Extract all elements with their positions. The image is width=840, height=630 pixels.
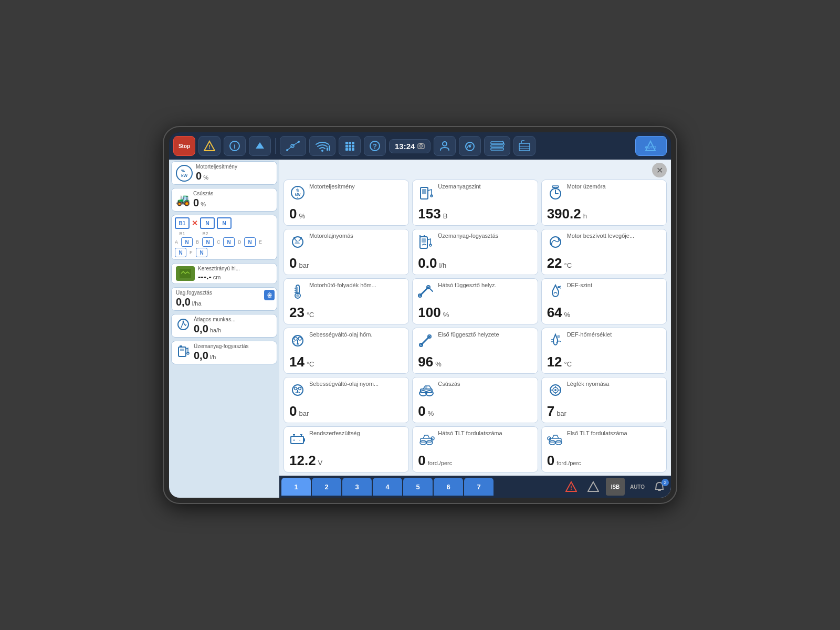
isb-tab-icon[interactable]: ISB xyxy=(606,478,625,496)
gear-d-val[interactable]: N xyxy=(244,237,256,247)
tab-7[interactable]: 7 xyxy=(464,478,494,496)
card-fuel-rate[interactable]: Üzemanyag-fogyasztás 0.0 l/h xyxy=(412,229,538,275)
card-def-level-title: DEF-szint xyxy=(567,282,592,289)
stop-button[interactable]: Stop xyxy=(173,136,195,156)
card-gearbox-oil-temp[interactable]: Sebességváltó-olaj hőm. 14 °C xyxy=(284,328,409,374)
card-def-level-unit: % xyxy=(564,311,571,319)
card-coolant-temp[interactable]: Motorhűtő-folyadék hőm... 23 °C xyxy=(284,278,409,324)
gear-b-val[interactable]: N xyxy=(202,237,214,247)
card-air-brake[interactable]: Légfék nyomása 7 bar xyxy=(541,377,667,423)
settings-icon[interactable] xyxy=(264,290,275,300)
up-arrow-button[interactable] xyxy=(249,136,271,156)
svg-rect-107 xyxy=(425,386,427,389)
speedometer-button[interactable] xyxy=(459,136,481,156)
card-engine-hours[interactable]: Motor üzemóra 390.2 h xyxy=(541,180,667,226)
gear-e-val[interactable]: N xyxy=(175,248,186,257)
gear-f-val[interactable]: N xyxy=(196,248,207,257)
card-slip[interactable]: Csúszás 0 % xyxy=(412,377,538,423)
close-button[interactable]: ✕ xyxy=(652,163,667,177)
svg-point-27 xyxy=(443,142,447,146)
gear-c-val[interactable]: N xyxy=(223,237,235,247)
svg-rect-73 xyxy=(297,287,298,293)
sidebar-avg-work[interactable]: Átlagos munkas... 0,0 ha/h xyxy=(171,314,277,338)
sidebar-cross-guide[interactable]: Keresztirányú hi... ---.- cm xyxy=(171,263,277,284)
grid-button[interactable] xyxy=(339,136,361,156)
auto-tab-icon[interactable]: AUTO xyxy=(628,478,647,496)
card-engine-hours-icon xyxy=(547,184,564,204)
gear-b1[interactable]: B1 xyxy=(175,217,190,229)
sidebar-slip-value: 0 xyxy=(193,197,199,209)
sidebar-fuelcons-unit: l/h xyxy=(210,354,216,360)
card-fuel-rate-icon xyxy=(418,234,435,254)
wifi-button[interactable] xyxy=(309,136,335,156)
sidebar-fuel-cons[interactable]: Üzemanyag-fogyasztás 0,0 l/h xyxy=(171,341,277,364)
tab-3[interactable]: 3 xyxy=(342,478,372,496)
gear-n1[interactable]: N xyxy=(200,217,215,229)
card-rear-pto-unit: ford./perc xyxy=(428,460,452,466)
card-rear-hitch[interactable]: Hátsó függesztő helyz. 100 % xyxy=(412,278,538,324)
svg-line-81 xyxy=(429,288,433,291)
tab-1[interactable]: 1 xyxy=(281,478,311,496)
auto-button[interactable]: AUTO xyxy=(635,136,667,156)
tab-5[interactable]: 5 xyxy=(403,478,433,496)
user-button[interactable] xyxy=(434,136,456,156)
sidebar-fuelcons-label: Üzemanyag-fogyasztás xyxy=(194,343,249,349)
card-front-pto-icon xyxy=(547,431,564,451)
card-air-intake[interactable]: Motor beszívott levegője... 22 °C xyxy=(541,229,667,275)
svg-text:i: i xyxy=(234,142,236,150)
sidebar-slip[interactable]: 🚜 Csúszás 0 % xyxy=(171,188,277,212)
alert-tab-icon[interactable]: ! xyxy=(562,478,581,496)
card-rear-pto[interactable]: Hátsó TLT fordulatszáma 0 ford./perc xyxy=(412,426,538,472)
card-oil-pressure-value: 0 xyxy=(289,255,297,271)
card-system-voltage[interactable]: + - Rendszerfeszültség 12.2 V xyxy=(284,426,409,472)
sidebar-material-cons[interactable]: Üag.fogyasztás 0,0 l/ha xyxy=(171,287,277,311)
gear-a-val[interactable]: N xyxy=(181,237,193,247)
field-button[interactable] xyxy=(513,136,536,156)
card-oil-pressure[interactable]: Motorolajnyomás 0 bar xyxy=(284,229,409,275)
sidebar-motor-perf[interactable]: %kW Motorteljesítmény 0 % xyxy=(171,161,277,185)
svg-point-9 xyxy=(286,149,288,151)
sidebar-slip-label: Csúszás xyxy=(193,191,213,196)
card-gearbox-oil-press[interactable]: Sebességváltó-olaj nyom... 0 bar xyxy=(284,377,409,423)
gear-selector[interactable]: B1 ✕ N N B1 B2 A N B xyxy=(171,215,277,260)
card-def-level[interactable]: DEF-szint 64 % xyxy=(541,278,667,324)
gear-x: ✕ xyxy=(192,219,198,227)
svg-point-124 xyxy=(426,440,433,445)
card-front-pto[interactable]: Első TLT fordulatszáma 0 ford./perc xyxy=(541,426,667,472)
card-def-temp[interactable]: DEF-hőmérséklet 12 °C xyxy=(541,328,667,374)
card-rear-hitch-icon xyxy=(418,283,435,303)
card-def-temp-icon xyxy=(547,332,564,352)
tab-2[interactable]: 2 xyxy=(312,478,341,496)
card-front-pto-title: Első TLT fordulatszáma xyxy=(567,430,627,437)
satellite-button[interactable] xyxy=(280,136,306,156)
card-front-hitch[interactable]: Első függesztő helyzete 96 % xyxy=(412,328,538,374)
svg-point-87 xyxy=(298,337,301,340)
card-gearbox-oil-temp-title: Sebességváltó-olaj hőm. xyxy=(309,331,372,338)
svg-point-69 xyxy=(550,237,561,247)
card-front-pto-value: 0 xyxy=(547,453,554,469)
svg-text:-: - xyxy=(299,438,301,442)
tab-6[interactable]: 6 xyxy=(434,478,463,496)
warning-button[interactable]: ! xyxy=(198,136,220,156)
warning-tab-icon[interactable] xyxy=(584,478,603,496)
svg-line-6 xyxy=(292,142,299,146)
svg-text:!: ! xyxy=(570,485,572,491)
layers-button[interactable] xyxy=(484,136,510,156)
svg-rect-30 xyxy=(491,142,503,144)
card-rear-pto-title: Hátsó TLT fordulatszáma xyxy=(438,430,502,437)
gear-d-label: D xyxy=(238,239,243,245)
svg-marker-42 xyxy=(182,320,184,322)
card-fuel-level[interactable]: Üzemanyagszint 153 B xyxy=(412,180,538,226)
card-air-brake-icon xyxy=(547,382,564,402)
notification-tab-icon[interactable]: 2 xyxy=(650,478,669,496)
svg-rect-13 xyxy=(345,142,348,144)
card-rear-pto-icon xyxy=(418,431,435,451)
svg-rect-58 xyxy=(552,186,559,187)
sidebar: %kW Motorteljesítmény 0 % 🚜 xyxy=(169,160,279,498)
card-motor-perf[interactable]: %kW Motorteljesítmény 0 % xyxy=(284,180,409,226)
gear-n2[interactable]: N xyxy=(217,217,232,229)
info-button[interactable]: i xyxy=(224,136,246,156)
tab-4[interactable]: 4 xyxy=(373,478,402,496)
card-gearbox-oil-temp-value: 14 xyxy=(289,354,304,370)
help-button[interactable]: ? xyxy=(364,136,386,156)
